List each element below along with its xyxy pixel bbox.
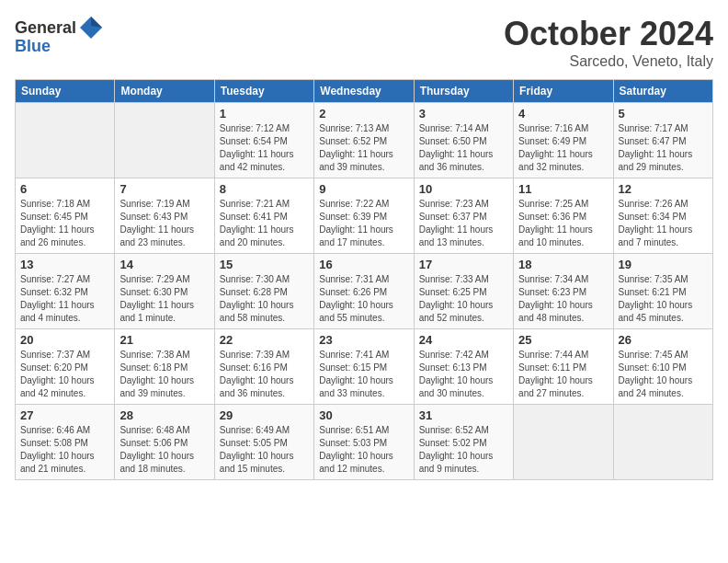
weekday-header-friday: Friday — [514, 80, 613, 103]
calendar-cell: 10Sunrise: 7:23 AMSunset: 6:37 PMDayligh… — [414, 178, 513, 254]
day-detail: Sunrise: 7:23 AMSunset: 6:37 PMDaylight:… — [419, 198, 508, 249]
weekday-header-thursday: Thursday — [414, 80, 513, 103]
day-detail: Sunrise: 7:42 AMSunset: 6:13 PMDaylight:… — [419, 349, 508, 400]
calendar-cell: 7Sunrise: 7:19 AMSunset: 6:43 PMDaylight… — [115, 178, 214, 254]
calendar-cell: 24Sunrise: 7:42 AMSunset: 6:13 PMDayligh… — [414, 329, 513, 405]
calendar-cell: 22Sunrise: 7:39 AMSunset: 6:16 PMDayligh… — [214, 329, 313, 405]
day-number: 11 — [518, 182, 608, 196]
day-detail: Sunrise: 7:16 AMSunset: 6:49 PMDaylight:… — [518, 122, 608, 174]
weekday-header-row: SundayMondayTuesdayWednesdayThursdayFrid… — [16, 80, 713, 103]
day-detail: Sunrise: 7:39 AMSunset: 6:16 PMDaylight:… — [220, 349, 309, 400]
weekday-header-wednesday: Wednesday — [314, 80, 414, 103]
location-title: Sarcedo, Veneto, Italy — [504, 53, 713, 70]
weekday-header-sunday: Sunday — [16, 80, 115, 103]
day-detail: Sunrise: 7:45 AMSunset: 6:10 PMDaylight:… — [619, 349, 708, 400]
day-detail: Sunrise: 7:25 AMSunset: 6:36 PMDaylight:… — [518, 198, 608, 249]
calendar-cell — [613, 405, 712, 480]
calendar-cell: 12Sunrise: 7:26 AMSunset: 6:34 PMDayligh… — [613, 178, 712, 254]
calendar-cell: 8Sunrise: 7:21 AMSunset: 6:41 PMDaylight… — [214, 178, 313, 254]
logo-flag-icon — [78, 15, 104, 40]
day-detail: Sunrise: 7:13 AMSunset: 6:52 PMDaylight:… — [319, 122, 408, 174]
calendar-cell: 25Sunrise: 7:44 AMSunset: 6:11 PMDayligh… — [514, 329, 613, 405]
weekday-header-saturday: Saturday — [613, 80, 712, 103]
calendar-cell — [16, 103, 115, 178]
week-row-1: 1Sunrise: 7:12 AMSunset: 6:54 PMDaylight… — [16, 103, 713, 178]
calendar-cell: 3Sunrise: 7:14 AMSunset: 6:50 PMDaylight… — [414, 103, 513, 178]
day-detail: Sunrise: 7:29 AMSunset: 6:30 PMDaylight:… — [119, 273, 209, 325]
day-detail: Sunrise: 6:51 AMSunset: 5:03 PMDaylight:… — [319, 424, 408, 476]
day-detail: Sunrise: 7:21 AMSunset: 6:41 PMDaylight:… — [220, 198, 309, 249]
logo-general: General — [15, 18, 76, 38]
day-number: 7 — [119, 182, 209, 196]
day-detail: Sunrise: 7:19 AMSunset: 6:43 PMDaylight:… — [119, 198, 209, 249]
calendar-cell: 11Sunrise: 7:25 AMSunset: 6:36 PMDayligh… — [514, 178, 613, 254]
day-number: 20 — [20, 333, 109, 347]
day-detail: Sunrise: 7:22 AMSunset: 6:39 PMDaylight:… — [319, 198, 408, 249]
calendar-cell: 16Sunrise: 7:31 AMSunset: 6:26 PMDayligh… — [314, 254, 414, 329]
day-detail: Sunrise: 7:44 AMSunset: 6:11 PMDaylight:… — [518, 349, 608, 400]
day-detail: Sunrise: 6:52 AMSunset: 5:02 PMDaylight:… — [419, 424, 508, 476]
calendar-cell: 23Sunrise: 7:41 AMSunset: 6:15 PMDayligh… — [314, 329, 414, 405]
day-number: 15 — [220, 258, 309, 271]
day-detail: Sunrise: 7:26 AMSunset: 6:34 PMDaylight:… — [619, 198, 708, 249]
day-number: 18 — [518, 258, 608, 271]
calendar-cell: 19Sunrise: 7:35 AMSunset: 6:21 PMDayligh… — [613, 254, 712, 329]
day-number: 12 — [619, 182, 708, 196]
calendar-cell: 20Sunrise: 7:37 AMSunset: 6:20 PMDayligh… — [16, 329, 115, 405]
day-number: 22 — [220, 333, 309, 347]
day-number: 26 — [619, 333, 708, 347]
calendar-cell: 4Sunrise: 7:16 AMSunset: 6:49 PMDaylight… — [514, 103, 613, 178]
logo-text: General Blue — [15, 15, 106, 56]
day-number: 3 — [419, 107, 508, 121]
day-number: 14 — [119, 258, 209, 271]
calendar-cell: 14Sunrise: 7:29 AMSunset: 6:30 PMDayligh… — [115, 254, 214, 329]
title-area: October 2024 Sarcedo, Veneto, Italy — [504, 15, 713, 70]
calendar-cell: 26Sunrise: 7:45 AMSunset: 6:10 PMDayligh… — [613, 329, 712, 405]
day-number: 23 — [319, 333, 408, 347]
calendar-cell: 30Sunrise: 6:51 AMSunset: 5:03 PMDayligh… — [314, 405, 414, 480]
day-detail: Sunrise: 7:27 AMSunset: 6:32 PMDaylight:… — [20, 273, 109, 325]
day-detail: Sunrise: 7:37 AMSunset: 6:20 PMDaylight:… — [20, 349, 109, 400]
week-row-4: 20Sunrise: 7:37 AMSunset: 6:20 PMDayligh… — [16, 329, 713, 405]
calendar-cell: 17Sunrise: 7:33 AMSunset: 6:25 PMDayligh… — [414, 254, 513, 329]
calendar-cell — [514, 405, 613, 480]
day-number: 13 — [20, 258, 109, 271]
day-detail: Sunrise: 7:12 AMSunset: 6:54 PMDaylight:… — [220, 122, 309, 174]
calendar-cell: 31Sunrise: 6:52 AMSunset: 5:02 PMDayligh… — [414, 405, 513, 480]
day-number: 17 — [419, 258, 508, 271]
calendar-cell: 13Sunrise: 7:27 AMSunset: 6:32 PMDayligh… — [16, 254, 115, 329]
calendar-cell: 1Sunrise: 7:12 AMSunset: 6:54 PMDaylight… — [214, 103, 313, 178]
day-number: 19 — [619, 258, 708, 271]
day-detail: Sunrise: 7:35 AMSunset: 6:21 PMDaylight:… — [619, 273, 708, 325]
day-number: 5 — [619, 107, 708, 121]
calendar-cell — [115, 103, 214, 178]
month-title: October 2024 — [504, 15, 713, 53]
day-detail: Sunrise: 6:49 AMSunset: 5:05 PMDaylight:… — [220, 424, 309, 476]
week-row-2: 6Sunrise: 7:18 AMSunset: 6:45 PMDaylight… — [16, 178, 713, 254]
day-detail: Sunrise: 7:34 AMSunset: 6:23 PMDaylight:… — [518, 273, 608, 325]
calendar-cell: 9Sunrise: 7:22 AMSunset: 6:39 PMDaylight… — [314, 178, 414, 254]
calendar-cell: 6Sunrise: 7:18 AMSunset: 6:45 PMDaylight… — [16, 178, 115, 254]
calendar-cell: 21Sunrise: 7:38 AMSunset: 6:18 PMDayligh… — [115, 329, 214, 405]
calendar-cell: 28Sunrise: 6:48 AMSunset: 5:06 PMDayligh… — [115, 405, 214, 480]
day-detail: Sunrise: 7:18 AMSunset: 6:45 PMDaylight:… — [20, 198, 109, 249]
day-number: 30 — [319, 408, 408, 422]
header: General Blue October 2024 Sarcedo, Venet… — [15, 15, 713, 70]
calendar-cell: 18Sunrise: 7:34 AMSunset: 6:23 PMDayligh… — [514, 254, 613, 329]
calendar-cell: 27Sunrise: 6:46 AMSunset: 5:08 PMDayligh… — [16, 405, 115, 480]
weekday-header-tuesday: Tuesday — [214, 80, 313, 103]
day-detail: Sunrise: 6:48 AMSunset: 5:06 PMDaylight:… — [119, 424, 209, 476]
day-detail: Sunrise: 7:14 AMSunset: 6:50 PMDaylight:… — [419, 122, 508, 174]
day-detail: Sunrise: 7:30 AMSunset: 6:28 PMDaylight:… — [220, 273, 309, 325]
day-number: 10 — [419, 182, 508, 196]
day-detail: Sunrise: 7:31 AMSunset: 6:26 PMDaylight:… — [319, 273, 408, 325]
day-number: 6 — [20, 182, 109, 196]
logo: General Blue — [15, 15, 106, 56]
day-number: 31 — [419, 408, 508, 422]
day-number: 1 — [220, 107, 309, 121]
day-number: 24 — [419, 333, 508, 347]
day-detail: Sunrise: 7:38 AMSunset: 6:18 PMDaylight:… — [119, 349, 209, 400]
calendar-table: SundayMondayTuesdayWednesdayThursdayFrid… — [15, 79, 713, 480]
day-number: 27 — [20, 408, 109, 422]
day-number: 21 — [119, 333, 209, 347]
